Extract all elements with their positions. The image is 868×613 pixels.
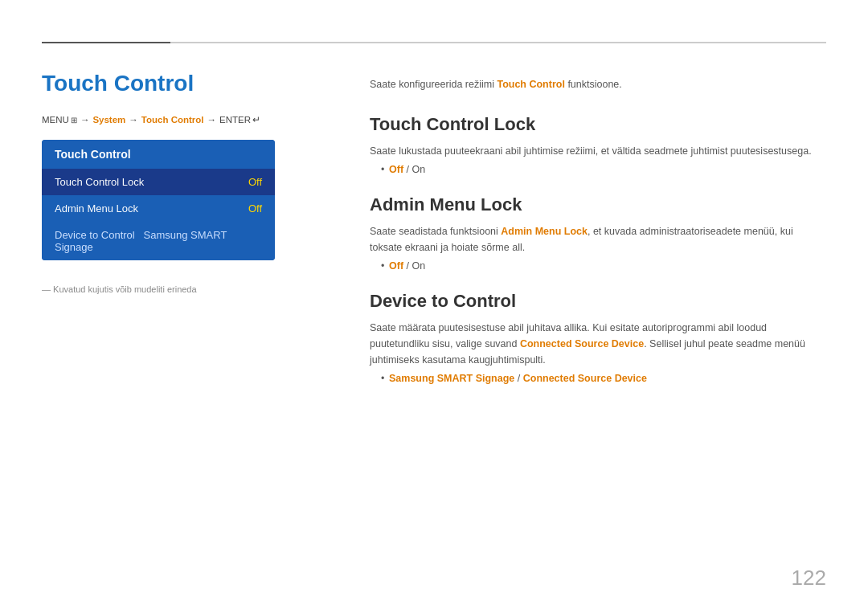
intro-text: Saate konfigureerida režiimi Touch Contr… <box>370 79 826 90</box>
menu-box-header: Touch Control <box>42 140 275 169</box>
admin-menu-lock-bullet: Off / On <box>381 260 826 272</box>
off-label-1: Off <box>389 164 403 175</box>
samsung-smart-signage-label: Samsung SMART Signage <box>389 373 514 384</box>
touch-control-lock-bullets: Off / On <box>381 164 826 175</box>
device-to-control-label: Device to Control Samsung SMART Signage <box>55 229 262 253</box>
connected-source-device-inline: Connected Source Device <box>520 338 644 349</box>
on-label-2: On <box>412 260 426 272</box>
enter-label: ENTER <box>219 115 251 125</box>
intro-text-start: Saate konfigureerida režiimi <box>370 79 497 90</box>
connected-source-device-label: Connected Source Device <box>523 373 647 384</box>
touch-control-lock-bullet: Off / On <box>381 164 826 175</box>
device-to-control-body: Saate määrata puutesisestuse abil juhita… <box>370 320 826 368</box>
right-column: Saate konfigureerida režiimi Touch Contr… <box>370 56 826 403</box>
bullet-slash: / <box>518 373 523 384</box>
section-touch-control-lock: Touch Control Lock Saate lukustada puute… <box>370 114 826 175</box>
device-to-control-bullet: Samsung SMART Signage / Connected Source… <box>381 373 826 384</box>
arrow-2: → <box>129 115 138 125</box>
page-number: 122 <box>792 566 826 591</box>
admin-menu-lock-orange: Admin Menu Lock <box>501 226 588 237</box>
menu-box: Touch Control Touch Control Lock Off Adm… <box>42 140 275 260</box>
admin-menu-lock-body: Saate seadistada funktsiooni Admin Menu … <box>370 223 826 255</box>
page-title: Touch Control <box>42 71 347 96</box>
section-admin-menu-lock: Admin Menu Lock Saate seadistada funktsi… <box>370 194 826 272</box>
admin-menu-lock-label: Admin Menu Lock <box>55 202 138 215</box>
system-label: System <box>92 115 125 125</box>
touch-control-lock-body: Saate lukustada puuteekraani abil juhtim… <box>370 143 826 159</box>
slash-1: / <box>407 164 412 175</box>
menu-path: MENU ⊞ → System → Touch Control → ENTER … <box>42 114 347 125</box>
device-to-control-title: Device to Control <box>370 291 826 312</box>
top-line-accent <box>42 42 170 43</box>
touch-control-lock-title: Touch Control Lock <box>370 114 826 135</box>
arrow-1: → <box>80 115 90 125</box>
menu-icon: ⊞ <box>71 116 77 125</box>
arrow-3: → <box>207 115 217 125</box>
intro-text-end: funktsioone. <box>567 79 621 90</box>
slash-2: / <box>407 260 412 272</box>
section-device-to-control: Device to Control Saate määrata puutesis… <box>370 291 826 384</box>
menu-item-touch-control-lock[interactable]: Touch Control Lock Off <box>42 169 275 195</box>
admin-menu-lock-bullets: Off / On <box>381 260 826 272</box>
on-label-1: On <box>412 164 426 175</box>
enter-icon: ↵ <box>252 114 260 125</box>
menu-item-admin-menu-lock[interactable]: Admin Menu Lock Off <box>42 195 275 222</box>
touch-control-breadcrumb: Touch Control <box>141 115 204 125</box>
menu-label: MENU <box>42 115 69 125</box>
left-column: Touch Control MENU ⊞ → System → Touch Co… <box>42 56 347 294</box>
touch-control-lock-label: Touch Control Lock <box>55 176 144 188</box>
off-label-2: Off <box>389 260 403 272</box>
footnote: Kuvatud kujutis võib mudeliti erineda <box>42 284 347 294</box>
admin-menu-lock-value: Off <box>248 202 262 215</box>
touch-control-lock-value: Off <box>248 176 262 188</box>
menu-item-device-to-control[interactable]: Device to Control Samsung SMART Signage <box>42 222 275 260</box>
device-to-control-bullets: Samsung SMART Signage / Connected Source… <box>381 373 826 384</box>
admin-menu-lock-title: Admin Menu Lock <box>370 194 826 215</box>
intro-text-orange: Touch Control <box>497 79 564 90</box>
